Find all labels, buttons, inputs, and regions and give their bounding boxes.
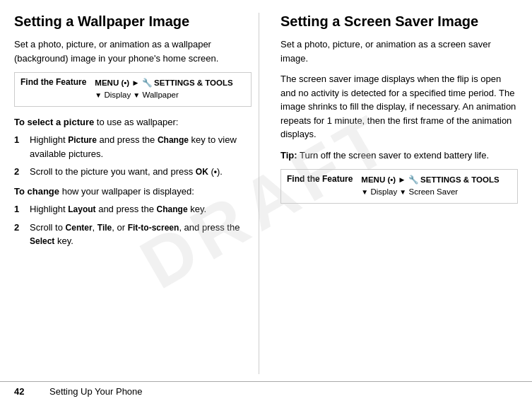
left-section-intro: Set a photo, picture, or animation as a … <box>14 37 252 65</box>
page-number: 42 <box>14 386 35 397</box>
right-section-intro: Set a photo, picture, or animation as a … <box>280 37 518 65</box>
left-select-step-1-num: 1 <box>14 133 24 161</box>
right-column: Setting a Screen Saver Image Set a photo… <box>273 13 518 374</box>
page-footer: 42 Setting Up Your Phone <box>0 381 532 401</box>
left-change-step-2-num: 2 <box>14 221 24 248</box>
left-change-heading-bold: To change <box>14 186 59 197</box>
left-change-heading: To change how your wallpaper is displaye… <box>14 185 252 199</box>
left-select-steps: 1 Highlight Picture and press the Change… <box>14 133 252 179</box>
right-ftf-icon: 🔧 <box>408 175 420 184</box>
right-ftf-menu2: ) ► <box>393 175 406 184</box>
left-find-the-feature-box: Find the Feature MENU (•) ► 🔧 SETTINGS &… <box>14 72 252 107</box>
right-ftf-arrow2: ▼ <box>399 188 406 196</box>
right-ftf-path-line1: MENU (•) ► 🔧 SETTINGS & TOOLS <box>361 174 499 186</box>
right-section-body: The screen saver image displays when the… <box>280 72 518 141</box>
left-change-step-2: 2 Scroll to Center, Tile, or Fit-to-scre… <box>14 221 252 248</box>
left-select-step-1-text: Highlight Picture and press the Change k… <box>30 133 252 161</box>
right-ftf-display: Display <box>370 187 399 196</box>
left-change-step-1: 1 Highlight Layout and press the Change … <box>14 202 252 216</box>
left-ftf-path: MENU (•) ► 🔧 SETTINGS & TOOLS ▼ Display … <box>95 77 232 102</box>
left-ftf-menu: MENU ( <box>95 79 124 87</box>
right-ftf-label: Find the Feature <box>287 174 353 199</box>
left-ftf-path-line2: ▼ Display ▼ Wallpaper <box>95 89 232 101</box>
right-ftf-screensaver: Screen Saver <box>408 187 458 196</box>
left-change-step-2-text: Scroll to Center, Tile, or Fit-to-screen… <box>30 221 252 248</box>
left-select-heading: To select a picture to use as wallpaper: <box>14 115 252 129</box>
tip-label: Tip: <box>280 150 297 161</box>
left-ftf-wallpaper: Wallpaper <box>142 91 178 99</box>
left-ftf-arrow1: ▼ <box>95 91 102 99</box>
left-select-heading-bold: To select a picture <box>14 117 94 127</box>
left-ftf-menu2: ) ► <box>126 79 139 87</box>
left-change-steps: 1 Highlight Layout and press the Change … <box>14 202 252 248</box>
left-select-step-2-num: 2 <box>14 165 24 179</box>
left-ftf-arrow2: ▼ <box>133 91 140 99</box>
left-ftf-label: Find the Feature <box>20 77 86 102</box>
left-change-block: To change how your wallpaper is displaye… <box>14 185 252 248</box>
right-tip: Tip: Turn off the screen saver to extend… <box>280 149 518 163</box>
left-change-step-1-num: 1 <box>14 202 24 216</box>
right-ftf-path-line2: ▼ Display ▼ Screen Saver <box>361 186 499 198</box>
left-section-title: Setting a Wallpaper Image <box>14 13 252 30</box>
left-select-block: To select a picture to use as wallpaper:… <box>14 115 252 179</box>
left-ftf-settings: SETTINGS & TOOLS <box>154 79 233 87</box>
left-select-step-2: 2 Scroll to the picture you want, and pr… <box>14 165 252 179</box>
left-ftf-display: Display <box>104 91 133 99</box>
tip-content: Turn off the screen saver to extend batt… <box>300 150 489 161</box>
right-ftf-arrow1: ▼ <box>361 188 368 196</box>
left-ftf-path-line1: MENU (•) ► 🔧 SETTINGS & TOOLS <box>95 77 232 89</box>
left-column: Setting a Wallpaper Image Set a photo, p… <box>14 13 259 374</box>
left-select-step-1: 1 Highlight Picture and press the Change… <box>14 133 252 161</box>
footer-label: Setting Up Your Phone <box>49 386 143 397</box>
left-select-step-2-text: Scroll to the picture you want, and pres… <box>30 165 223 179</box>
right-ftf-settings: SETTINGS & TOOLS <box>420 175 500 184</box>
right-ftf-menu: MENU ( <box>361 175 390 184</box>
right-ftf-path: MENU (•) ► 🔧 SETTINGS & TOOLS ▼ Display … <box>361 174 499 199</box>
left-ftf-icon: 🔧 <box>142 79 154 87</box>
left-change-step-1-text: Highlight Layout and press the Change ke… <box>30 202 206 216</box>
right-section-title: Setting a Screen Saver Image <box>280 13 518 30</box>
page-container: DRAFT Setting a Wallpaper Image Set a ph… <box>0 0 532 401</box>
right-find-the-feature-box: Find the Feature MENU (•) ► 🔧 SETTINGS &… <box>280 169 518 204</box>
content-area: Setting a Wallpaper Image Set a photo, p… <box>0 0 532 381</box>
